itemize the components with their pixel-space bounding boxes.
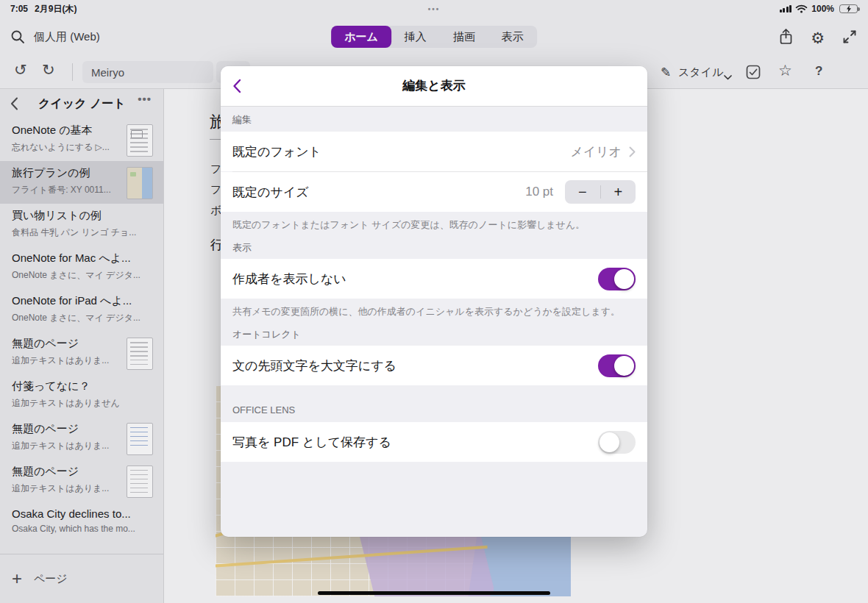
- capitalize-row: 文の先頭文字を大文字にする: [221, 346, 647, 385]
- modal-header: 編集と表示: [221, 66, 647, 107]
- chevron-right-icon: [629, 146, 636, 157]
- default-size-value: 10 pt: [525, 185, 553, 199]
- edit-section-footer: 既定のフォントまたはフォント サイズの変更は、既存のノートに影響しません。 表示: [221, 212, 647, 259]
- save-photo-pdf-label: 写真を PDF として保存する: [232, 434, 598, 451]
- hide-authors-toggle[interactable]: [598, 268, 636, 290]
- size-increase-button[interactable]: +: [601, 180, 636, 204]
- home-indicator[interactable]: [318, 591, 550, 595]
- modal-title: 編集と表示: [221, 66, 647, 106]
- default-font-label: 既定のフォント: [232, 143, 570, 160]
- default-font-value: メイリオ: [570, 143, 622, 160]
- section-header-edit: 編集: [221, 107, 647, 132]
- default-size-row: 既定のサイズ 10 pt − +: [221, 172, 647, 212]
- capitalize-label: 文の先頭文字を大文字にする: [232, 357, 598, 374]
- hide-authors-row: 作成者を表示しない: [221, 259, 647, 299]
- section-header-display: 表示: [232, 241, 636, 254]
- default-font-row[interactable]: 既定のフォント メイリオ: [221, 132, 647, 171]
- display-note-text: 共有メモの変更箇所の横に、他の作成者のイニシャルを表示するかどうかを設定します。: [232, 305, 636, 318]
- section-header-office-lens: OFFICE LENS: [221, 385, 647, 422]
- hide-authors-label: 作成者を表示しない: [232, 271, 598, 288]
- default-size-label: 既定のサイズ: [232, 184, 525, 201]
- size-stepper: − +: [565, 180, 636, 204]
- save-photo-pdf-toggle[interactable]: [598, 431, 636, 454]
- section-header-autocorrect: オートコレクト: [232, 328, 636, 341]
- size-decrease-button[interactable]: −: [565, 180, 600, 204]
- capitalize-toggle[interactable]: [598, 354, 636, 377]
- modal-back-chevron-icon[interactable]: [232, 79, 241, 96]
- display-section-footer: 共有メモの変更箇所の横に、他の作成者のイニシャルを表示するかどうかを設定します。…: [221, 299, 647, 346]
- edit-note-text: 既定のフォントまたはフォント サイズの変更は、既存のノートに影響しません。: [232, 218, 636, 231]
- edit-and-view-settings-modal: 編集と表示 編集 既定のフォント メイリオ 既定のサイズ 10 pt − + 既…: [221, 66, 647, 537]
- save-photo-pdf-row: 写真を PDF として保存する: [221, 422, 647, 462]
